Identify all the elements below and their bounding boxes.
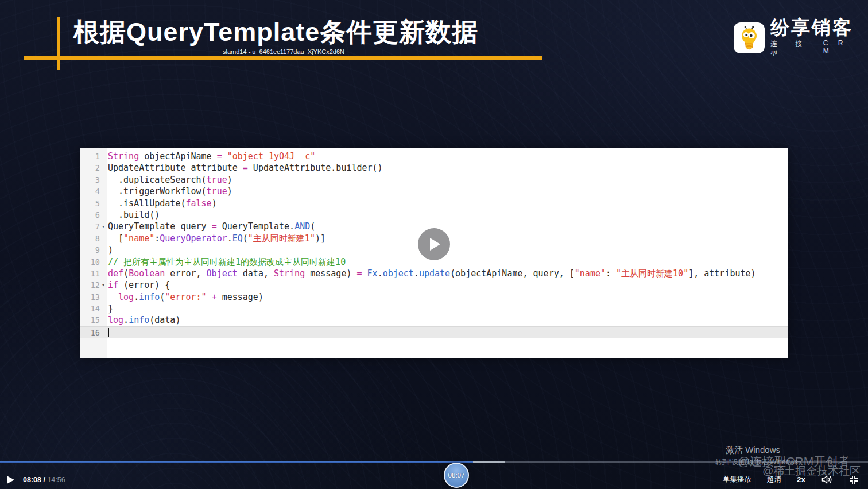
brand-tagline-cn: 连 接 型 [770,39,823,59]
line-number: 14 [80,303,100,314]
code-text: .build() [108,209,160,221]
line-number: 3 [80,174,100,186]
title-accent-underline [24,56,542,60]
code-text: ["name":QueryOperator.EQ("主从同时新建1")] [108,233,326,244]
line-number: 9 [80,244,100,256]
play-icon [7,476,14,484]
fullscreen-icon [848,475,859,485]
volume-button[interactable] [821,474,833,485]
session-watermark: slamd14 - u_6461ec1177daa_XjYKCx2d6N [223,48,338,55]
fold-arrow-icon[interactable]: ▾ [100,279,107,291]
code-text: .isAllUpdate(false) [108,198,217,209]
code-text: .triggerWorkflow(true) [108,186,232,197]
code-text: if (error) { [108,279,170,291]
center-play-button[interactable] [418,228,450,260]
code-line-15[interactable]: 15log.info(data) [80,314,788,326]
title-accent-vertical-line [57,17,60,70]
code-line-4[interactable]: 4 .triggerWorkflow(true) [80,186,788,197]
speaker-icon [821,474,833,485]
play-button[interactable] [7,474,18,486]
code-text: def(Boolean error, Object data, String m… [108,268,756,279]
time-display: 08:08 / 14:56 [23,476,65,484]
right-controls: 单集播放 超清 2x [723,470,859,489]
line-number: 10 [80,256,100,268]
player-controls: 08:08 / 14:56 单集播放 超清 2x [0,470,868,489]
code-line-6[interactable]: 6 .build() [80,209,788,221]
code-line-5[interactable]: 5 .isAllUpdate(false) [80,198,788,209]
code-text: // 把所有主属性为主从同时新建1的数据改成主从同时新建10 [108,256,346,268]
line-number: 5 [80,198,100,209]
brand-tagline-en: C R M [823,39,855,59]
fold-arrow-icon[interactable]: ▾ [100,221,107,232]
code-line-11[interactable]: 11def(Boolean error, Object data, String… [80,268,788,279]
code-line-16[interactable]: 16 [80,326,788,338]
episode-mode-button[interactable]: 单集播放 [723,475,751,484]
line-number: 2 [80,162,100,174]
code-text: } [108,303,113,314]
line-number: 16 [80,327,100,338]
quality-button[interactable]: 超清 [767,475,781,484]
code-line-13[interactable]: 13 log.info("error:" + message) [80,291,788,303]
activate-windows-watermark: 激活 Windows [726,445,780,456]
code-text: log.info(data) [108,314,180,326]
code-line-14[interactable]: 14} [80,303,788,314]
code-text: ) [108,244,113,256]
code-text [108,327,109,338]
play-triangle-icon [430,238,440,251]
line-number: 6 [80,209,100,221]
duration: 14:56 [47,476,65,484]
code-line-12[interactable]: 12▾if (error) { [80,279,788,291]
line-number: 12 [80,279,100,291]
code-line-3[interactable]: 3 .duplicateSearch(true) [80,174,788,186]
progress-played [0,461,473,463]
text-cursor [108,328,109,337]
line-number: 4 [80,186,100,197]
fullscreen-button[interactable] [848,475,859,485]
time-separator: / [41,476,47,484]
current-time: 08:08 [23,476,41,484]
code-text: QueryTemplate query = QueryTemplate.AND( [108,221,315,232]
code-line-1[interactable]: 1String objectApiName = "object_1yO4J__c… [80,151,788,162]
line-number: 11 [80,268,100,279]
video-frame: 根据QueryTemplate条件更新数据 slamd14 - u_6461ec… [0,0,868,489]
line-number: 7 [80,221,100,232]
brand-tagline: 连 接 型 C R M [770,39,855,59]
page-title: 根据QueryTemplate条件更新数据 [73,15,567,49]
code-line-2[interactable]: 2UpdateAttribute attribute = UpdateAttri… [80,162,788,174]
bee-mascot-icon [734,22,765,53]
code-text: log.info("error:" + message) [108,291,264,303]
code-text: .duplicateSearch(true) [108,174,232,186]
line-number: 8 [80,233,100,244]
code-text: UpdateAttribute attribute = UpdateAttrib… [108,162,383,174]
line-number: 15 [80,314,100,326]
playback-speed-button[interactable]: 2x [797,475,805,484]
code-text: String objectApiName = "object_1yO4J__c" [108,151,315,162]
brand-logo-block: 纷享销客 连 接 型 C R M [734,17,855,59]
line-number: 1 [80,151,100,162]
progress-bar[interactable] [0,460,868,463]
brand-name: 纷享销客 [770,17,855,38]
line-number: 13 [80,291,100,303]
